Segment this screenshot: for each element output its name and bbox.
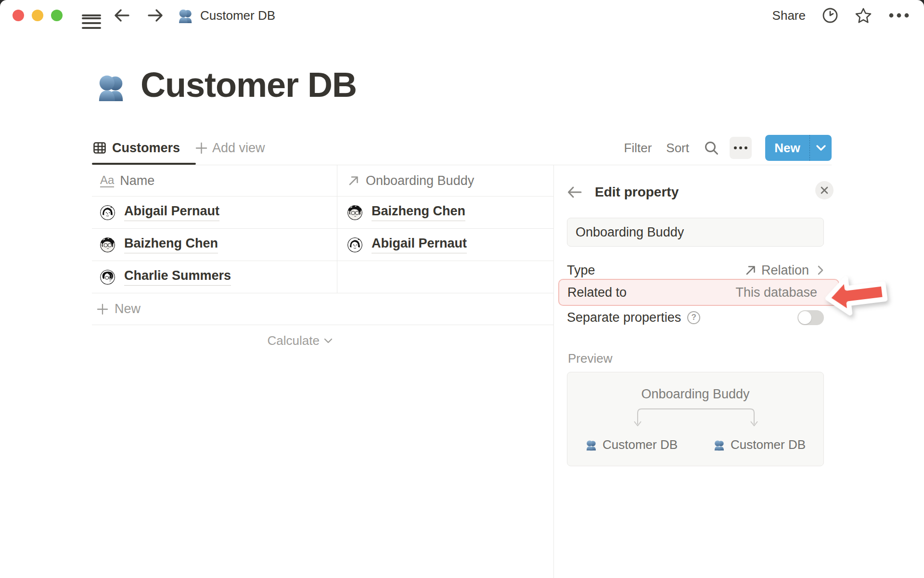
buddy-cell[interactable]: Baizheng Chen bbox=[372, 204, 465, 221]
table-row[interactable]: Charlie Summers bbox=[92, 261, 553, 293]
favorite-star-icon[interactable] bbox=[855, 7, 872, 24]
share-button[interactable]: Share bbox=[772, 8, 806, 23]
toggle-knob bbox=[798, 311, 811, 324]
calculate-button[interactable]: Calculate bbox=[92, 325, 337, 356]
close-window-button[interactable] bbox=[13, 10, 24, 21]
type-label: Type bbox=[567, 263, 595, 278]
new-row-button[interactable]: New bbox=[92, 293, 553, 325]
updates-clock-icon[interactable] bbox=[822, 7, 838, 24]
plus-icon bbox=[195, 142, 207, 154]
separate-properties-label: Separate properties bbox=[567, 310, 681, 325]
panel-title: Edit property bbox=[595, 184, 679, 200]
relation-preview-diagram: Onboarding Buddy Customer DB Customer DB bbox=[567, 372, 824, 466]
new-button-label[interactable]: New bbox=[765, 135, 809, 161]
calculate-label: Calculate bbox=[268, 333, 320, 348]
people-icon bbox=[585, 439, 598, 451]
preview-label: Preview bbox=[568, 351, 612, 366]
table-row[interactable]: Abigail Pernaut Baizheng Chen bbox=[92, 197, 553, 229]
preview-left-database: Customer DB bbox=[567, 437, 695, 452]
avatar bbox=[100, 237, 115, 252]
new-button-dropdown[interactable] bbox=[809, 135, 832, 161]
back-icon[interactable] bbox=[114, 8, 130, 23]
help-question-icon[interactable]: ? bbox=[687, 311, 700, 324]
relation-arrow-icon bbox=[347, 174, 360, 187]
preview-left-db-label: Customer DB bbox=[603, 437, 678, 452]
edit-property-panel: Edit property Onboarding Buddy Type Rela… bbox=[554, 165, 924, 578]
breadcrumb-title: Customer DB bbox=[200, 8, 275, 23]
tab-customers[interactable]: Customers bbox=[92, 131, 185, 165]
column-header-name[interactable]: Aa Name bbox=[92, 165, 337, 196]
relation-arrow-icon bbox=[744, 264, 757, 276]
page-title[interactable]: Customer DB bbox=[141, 67, 357, 102]
name-cell[interactable]: Charlie Summers bbox=[124, 268, 231, 285]
people-icon bbox=[713, 439, 726, 451]
traffic-lights bbox=[13, 10, 63, 21]
type-value: Relation bbox=[761, 263, 809, 278]
plus-icon bbox=[96, 303, 109, 315]
sort-button[interactable]: Sort bbox=[666, 141, 689, 156]
name-cell[interactable]: Abigail Pernaut bbox=[124, 204, 219, 221]
notion-window: Customer DB Share Customer DB Cu bbox=[0, 0, 924, 578]
relation-bracket-connector bbox=[567, 372, 824, 467]
titlebar: Customer DB Share bbox=[0, 0, 924, 31]
empty-buddy-cell[interactable] bbox=[337, 261, 553, 293]
search-icon[interactable] bbox=[704, 140, 719, 156]
panel-back-icon[interactable] bbox=[567, 185, 582, 199]
related-to-row-highlighted[interactable]: Related to This database bbox=[558, 279, 839, 306]
view-toolbar: Customers Add view Filter Sort New bbox=[92, 131, 832, 165]
zoom-window-button[interactable] bbox=[51, 10, 63, 21]
panel-close-icon[interactable] bbox=[815, 181, 834, 199]
breadcrumb[interactable]: Customer DB bbox=[177, 7, 275, 24]
table-header-row: Aa Name Onboarding Buddy bbox=[92, 165, 553, 197]
table-view-icon bbox=[93, 141, 106, 155]
type-row[interactable]: Type Relation bbox=[567, 263, 824, 277]
avatar bbox=[100, 205, 115, 220]
avatar bbox=[347, 205, 362, 220]
text-type-icon: Aa bbox=[100, 174, 114, 187]
property-name-input[interactable]: Onboarding Buddy bbox=[567, 218, 824, 247]
avatar bbox=[347, 237, 362, 252]
add-view-button[interactable]: Add view bbox=[195, 141, 265, 156]
sidebar-toggle-icon[interactable] bbox=[82, 12, 101, 19]
new-row-label: New bbox=[115, 302, 141, 316]
separate-properties-toggle[interactable] bbox=[797, 310, 824, 325]
forward-icon[interactable] bbox=[147, 8, 164, 23]
column-name-label: Name bbox=[120, 173, 154, 188]
buddy-cell[interactable]: Abigail Pernaut bbox=[372, 236, 467, 253]
add-view-label: Add view bbox=[212, 141, 265, 156]
minimize-window-button[interactable] bbox=[32, 10, 43, 21]
table-row[interactable]: Baizheng Chen Abigail Pernaut bbox=[92, 229, 553, 261]
tab-customers-label: Customers bbox=[112, 141, 180, 156]
more-options-icon[interactable] bbox=[888, 13, 910, 18]
name-cell[interactable]: Baizheng Chen bbox=[124, 236, 218, 253]
separate-properties-row: Separate properties ? bbox=[567, 310, 824, 325]
related-to-value: This database bbox=[735, 285, 817, 300]
new-record-button: New bbox=[765, 135, 832, 161]
column-header-onboarding-buddy[interactable]: Onboarding Buddy bbox=[337, 165, 553, 196]
people-icon bbox=[177, 7, 194, 24]
active-tab-underline bbox=[92, 163, 196, 165]
view-options-button[interactable] bbox=[730, 137, 752, 159]
chevron-down-icon bbox=[323, 338, 333, 344]
page-people-icon bbox=[95, 71, 128, 102]
related-to-label: Related to bbox=[567, 285, 627, 300]
annotation-arrow-left-icon bbox=[821, 270, 893, 323]
preview-right-db-label: Customer DB bbox=[731, 437, 806, 452]
avatar bbox=[100, 270, 115, 285]
column-buddy-label: Onboarding Buddy bbox=[366, 173, 474, 188]
preview-right-database: Customer DB bbox=[695, 437, 823, 452]
customers-table: Aa Name Onboarding Buddy Abigail Pernaut… bbox=[92, 165, 553, 356]
filter-button[interactable]: Filter bbox=[624, 141, 652, 156]
